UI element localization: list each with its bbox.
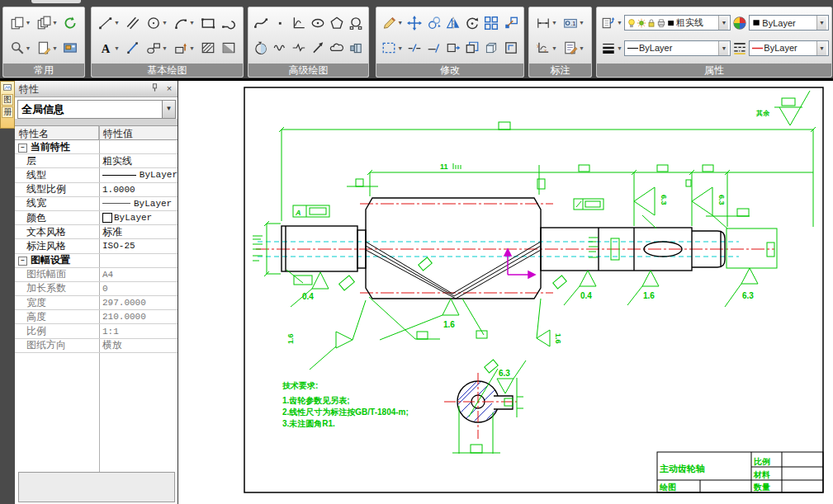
copy-circles-button[interactable] (425, 15, 443, 31)
lineweight-button[interactable]: ▼ (599, 40, 624, 56)
chevron-down-icon[interactable]: ▼ (26, 20, 31, 26)
select-rect-button[interactable]: ▼ (380, 40, 405, 56)
chevron-down-icon[interactable]: ▼ (162, 20, 168, 26)
display-card-button[interactable] (61, 40, 79, 56)
leader-shape-button[interactable]: ▼ (144, 40, 169, 56)
property-row[interactable]: 层粗实线 (15, 154, 177, 168)
text-edit-button[interactable]: ▼ (561, 40, 586, 56)
parallel-button[interactable] (124, 15, 142, 31)
chevron-down-icon[interactable]: ▼ (579, 20, 585, 26)
scope-select[interactable]: 全局信息 ▼ (17, 100, 176, 119)
break-line1-button[interactable] (405, 40, 424, 56)
array-squares-button[interactable] (482, 15, 500, 31)
polyline-arc-button[interactable] (220, 15, 238, 31)
pencil-erase-button[interactable]: ▼ (380, 15, 405, 31)
circle-button[interactable]: ▼ (144, 15, 169, 31)
rectangle-button[interactable] (199, 15, 217, 31)
chevron-down-icon[interactable]: ▼ (397, 20, 403, 26)
property-row[interactable]: 文本风格标准 (15, 225, 177, 239)
chevron-down-icon[interactable]: ▼ (52, 20, 58, 26)
chevron-down-icon[interactable]: ▼ (617, 45, 622, 51)
break-line2-button[interactable] (425, 40, 443, 56)
gradient-button[interactable] (220, 40, 238, 56)
property-row[interactable]: 加长系数0 (15, 282, 177, 296)
chevron-down-icon[interactable]: ▼ (114, 20, 120, 26)
wave-button[interactable] (271, 40, 289, 56)
chevron-down-icon[interactable]: ▼ (397, 45, 403, 51)
func-axis-button[interactable] (290, 15, 308, 31)
paste-doc-button[interactable]: ▼ (35, 40, 59, 56)
color-wheel-button[interactable] (731, 15, 749, 31)
property-row[interactable]: 图纸幅面A4 (15, 268, 177, 282)
slash-button[interactable] (124, 40, 142, 56)
close-icon[interactable]: × (163, 82, 175, 94)
chevron-down-icon[interactable]: ▼ (189, 20, 195, 26)
lineweight2-combobox[interactable]: ByLayer▼ (749, 40, 829, 56)
break-sym-button[interactable] (290, 40, 308, 56)
circle-handles-button[interactable] (347, 15, 365, 31)
chevron-down-icon[interactable]: ▼ (816, 16, 826, 30)
arc-button[interactable]: ▼ (172, 15, 196, 31)
chevron-down-icon[interactable]: ▼ (162, 45, 168, 51)
property-row[interactable]: 颜色ByLayer (15, 211, 177, 225)
join-box-button[interactable] (502, 40, 520, 56)
cloud-button[interactable] (328, 40, 346, 56)
point-button[interactable] (271, 15, 289, 31)
property-group-row[interactable]: −图幅设置 (15, 254, 177, 268)
chevron-down-icon[interactable]: ▼ (718, 16, 728, 30)
property-row[interactable]: 图纸方向横放 (15, 339, 177, 353)
sidebar-flyout-tab[interactable]: 图 册 (0, 81, 15, 129)
collapse-icon[interactable]: − (18, 257, 27, 266)
hatch-button[interactable] (199, 40, 217, 56)
mirror-tri-button[interactable] (444, 15, 462, 31)
property-row[interactable]: 宽度297.0000 (15, 296, 177, 310)
property-row[interactable]: 高度210.0000 (15, 310, 177, 324)
zoom-preview-button[interactable]: ▼ (8, 40, 33, 56)
property-group-row[interactable]: −当前特性 (15, 140, 177, 154)
rotate-arc-button[interactable] (463, 15, 481, 31)
coord-dim-button[interactable]: yx▼ (534, 40, 559, 56)
refresh-button[interactable] (61, 15, 79, 31)
polygon-button[interactable] (328, 15, 346, 31)
spline-button[interactable] (252, 15, 270, 31)
chevron-down-icon[interactable]: ▼ (189, 45, 195, 51)
chevron-down-icon[interactable]: ▼ (162, 101, 175, 118)
chevron-down-icon[interactable]: ▼ (579, 45, 585, 51)
property-row[interactable]: 线宽ByLayer (15, 197, 177, 211)
property-row[interactable]: 比例1:1 (15, 324, 177, 338)
corner-box-button[interactable] (463, 40, 481, 56)
color-combobox[interactable]: ByLayer▼ (749, 15, 829, 31)
arrow-button[interactable] (309, 40, 327, 56)
chevron-down-icon[interactable]: ▼ (816, 41, 826, 55)
stretch-box-button[interactable] (444, 40, 462, 56)
property-row[interactable]: 标注风格ISO-25 (15, 239, 177, 253)
chevron-down-icon[interactable]: ▼ (114, 45, 120, 51)
move-cross-button[interactable] (405, 15, 424, 31)
dim-style-button[interactable]: .1▼ (561, 15, 586, 31)
dim-linear-button[interactable]: ▼ (534, 15, 559, 31)
scale-icon-button[interactable] (502, 15, 520, 31)
chevron-down-icon[interactable]: ▼ (718, 41, 728, 55)
layer-combobox[interactable]: 粗实线▼ (624, 15, 731, 31)
linetype-combobox[interactable]: ByLayer▼ (624, 40, 731, 56)
doc-stack-button[interactable]: ▼ (35, 15, 59, 31)
block-button[interactable]: ▼ (172, 40, 196, 56)
line-button[interactable]: ▼ (97, 15, 121, 31)
linetype-mgr-button[interactable] (731, 40, 749, 56)
property-row[interactable]: 线型ByLayer (15, 168, 177, 182)
chevron-down-icon[interactable]: ▼ (26, 45, 31, 51)
pin-icon[interactable] (149, 82, 160, 94)
ellipse-button[interactable] (309, 15, 327, 31)
box-3d-button[interactable] (482, 40, 500, 56)
property-row[interactable]: 线型比例1.0000 (15, 183, 177, 197)
layer-doc-button[interactable]: ▼ (599, 15, 624, 31)
chevron-down-icon[interactable]: ▼ (551, 20, 557, 26)
text-a-button[interactable]: A▼ (97, 40, 121, 56)
chevron-down-icon[interactable]: ▼ (617, 20, 622, 26)
chevron-down-icon[interactable]: ▼ (551, 45, 557, 51)
chevron-down-icon[interactable]: ▼ (52, 45, 58, 51)
doc-copy-button[interactable]: ▼ (8, 15, 33, 31)
collapse-icon[interactable]: − (18, 144, 27, 153)
cylinder-button[interactable] (347, 40, 365, 56)
arc-half-button[interactable] (252, 40, 270, 56)
